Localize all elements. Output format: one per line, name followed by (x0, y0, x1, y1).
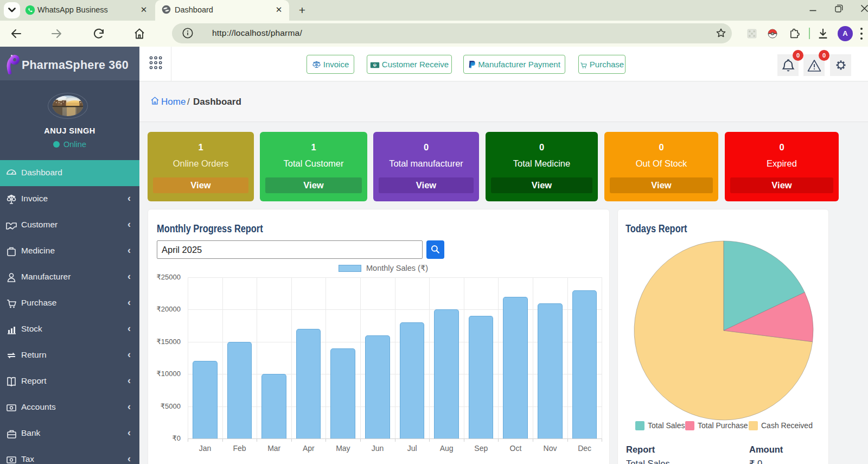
svg-text:₹: ₹ (374, 63, 376, 67)
